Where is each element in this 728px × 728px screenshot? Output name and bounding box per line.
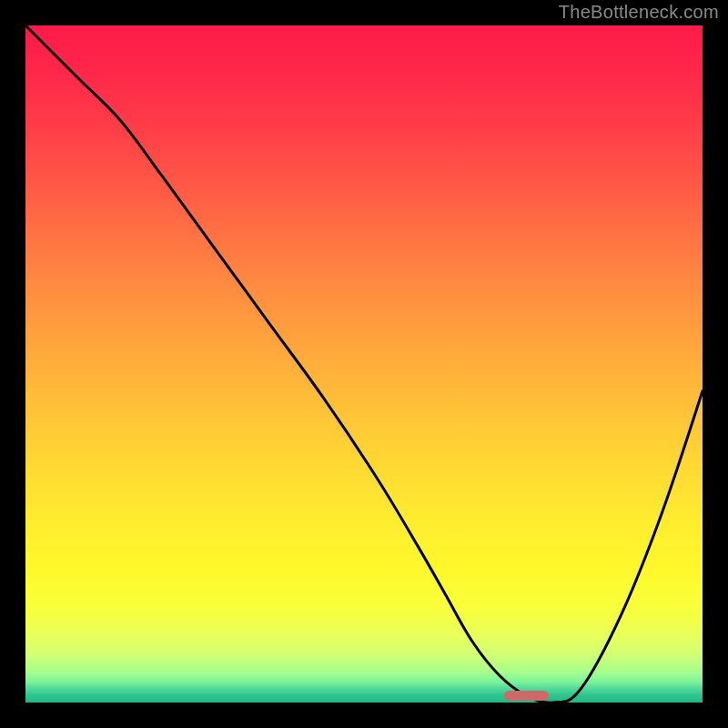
plot-area — [25, 25, 703, 703]
chart-container: TheBottleneck.com — [0, 0, 728, 728]
bottleneck-curve — [25, 25, 703, 703]
watermark-text: TheBottleneck.com — [559, 2, 719, 23]
curve-svg — [25, 25, 703, 703]
highlight-pill — [504, 691, 548, 702]
